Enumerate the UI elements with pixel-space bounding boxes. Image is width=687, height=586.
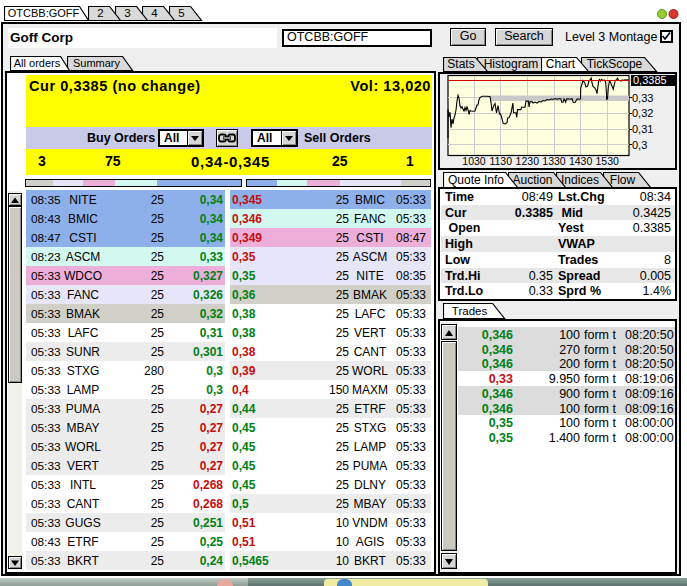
svg-text:4: 4 (151, 7, 158, 19)
svg-text:0,31: 0,31 (632, 123, 653, 135)
svg-text:5: 5 (178, 7, 184, 19)
svg-text:1030: 1030 (462, 155, 486, 167)
svg-text:TickScope: TickScope (587, 57, 643, 71)
svg-text:2: 2 (97, 7, 103, 19)
svg-text:All orders: All orders (14, 57, 61, 69)
svg-text:1330: 1330 (542, 155, 566, 167)
svg-text:0,33: 0,33 (632, 92, 653, 104)
svg-text:OTCBB:GOFF: OTCBB:GOFF (8, 7, 80, 19)
svg-text:Stats: Stats (447, 57, 474, 71)
svg-text:Chart: Chart (546, 57, 576, 71)
svg-text:1230: 1230 (516, 155, 540, 167)
svg-text:1430: 1430 (569, 155, 593, 167)
svg-text:1530: 1530 (596, 155, 620, 167)
svg-text:Trades: Trades (452, 305, 488, 317)
svg-text:0,32: 0,32 (632, 107, 653, 119)
svg-text:Summary: Summary (73, 57, 121, 69)
svg-text:0,3: 0,3 (632, 139, 647, 151)
svg-text:Histogram: Histogram (484, 57, 539, 71)
svg-text:Quote Info: Quote Info (448, 173, 504, 187)
svg-text:3: 3 (124, 7, 130, 19)
svg-text:0,3385: 0,3385 (633, 74, 667, 86)
svg-text:1130: 1130 (489, 155, 512, 167)
